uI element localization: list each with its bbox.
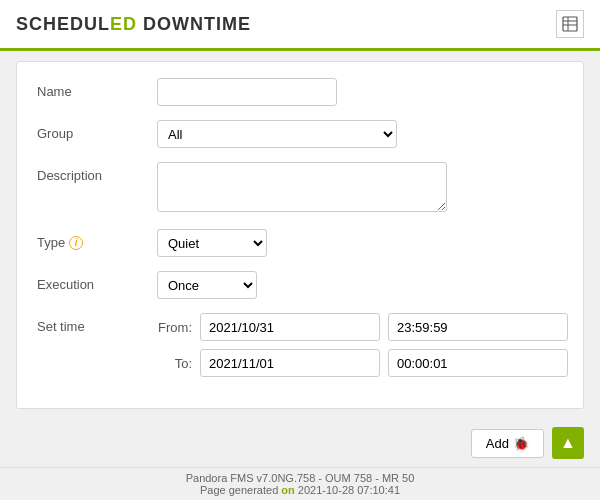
type-row: Type i Quiet [37,229,563,257]
execution-label: Execution [37,271,157,292]
page-wrapper: SCHEDULED DOWNTIME Name Group [0,0,600,500]
footer-line2-prefix: Page generated [200,484,281,496]
set-time-block: From: To: [157,313,568,377]
description-label: Description [37,162,157,183]
footer-line2-suffix: 2021-10-28 07:10:41 [295,484,400,496]
group-row: Group All [37,120,563,148]
group-select[interactable]: All [157,120,397,148]
main-content: Name Group All Description [0,51,600,419]
title-part2: ED [110,14,137,34]
table-icon[interactable] [556,10,584,38]
name-input[interactable] [157,78,337,106]
title-part3: DOWNTIME [137,14,251,34]
name-control [157,78,563,106]
execution-row: Execution Once [37,271,563,299]
description-textarea[interactable] [157,162,447,212]
title-part1: SCHEDUL [16,14,110,34]
footer-line2: Page generated on 2021-10-28 07:10:41 [8,484,592,496]
footer-line2-highlight: on [281,484,294,496]
header: SCHEDULED DOWNTIME [0,0,600,51]
from-date-input[interactable] [200,313,380,341]
type-select[interactable]: Quiet [157,229,267,257]
type-label: Type i [37,229,157,250]
add-button[interactable]: Add 🐞 [471,429,544,458]
to-row: To: [157,349,568,377]
execution-control: Once [157,271,563,299]
up-icon: ▲ [560,434,576,452]
page-title: SCHEDULED DOWNTIME [16,14,251,35]
to-time-input[interactable] [388,349,568,377]
execution-select[interactable]: Once [157,271,257,299]
settime-row: Set time From: To: [37,313,563,377]
settime-label: Set time [37,313,157,334]
action-bar: Add 🐞 ▲ [0,419,600,467]
settime-control: From: To: [157,313,568,377]
from-time-input[interactable] [388,313,568,341]
to-label: To: [157,356,192,371]
svg-rect-0 [563,17,577,31]
description-control [157,162,563,215]
form-card: Name Group All Description [16,61,584,409]
add-label: Add [486,436,509,451]
name-row: Name [37,78,563,106]
from-label: From: [157,320,192,335]
group-label: Group [37,120,157,141]
from-row: From: [157,313,568,341]
scroll-up-button[interactable]: ▲ [552,427,584,459]
footer: Pandora FMS v7.0NG.758 - OUM 758 - MR 50… [0,467,600,500]
group-control: All [157,120,563,148]
bug-icon: 🐞 [513,436,529,451]
footer-line1: Pandora FMS v7.0NG.758 - OUM 758 - MR 50 [8,472,592,484]
type-info-icon[interactable]: i [69,236,83,250]
to-date-input[interactable] [200,349,380,377]
type-control: Quiet [157,229,563,257]
name-label: Name [37,78,157,99]
description-row: Description [37,162,563,215]
